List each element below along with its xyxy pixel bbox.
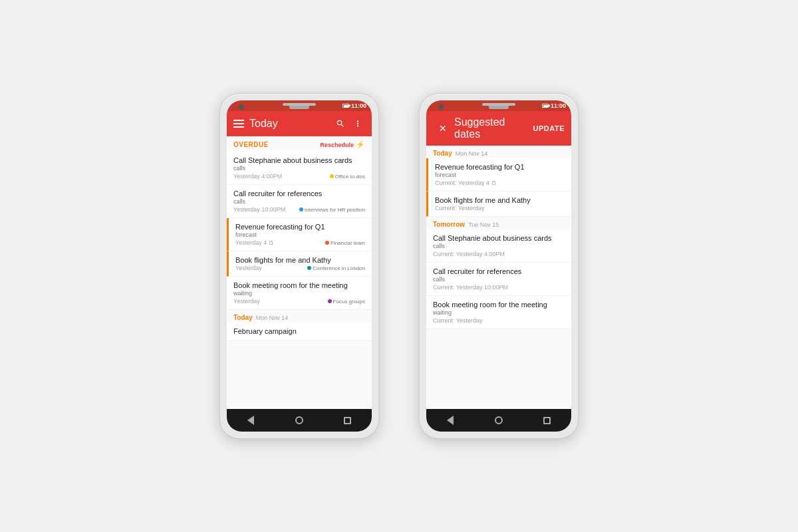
tag-label: Conference in London [313,265,365,271]
task-item-revenue[interactable]: Revenue forecasting for Q1 forecast Yest… [227,218,372,251]
task-meta: Yesterday 10:00PM Interviews for HR posi… [233,206,365,213]
today-header-2: Today Mon Nov 14 [426,146,571,158]
task-title: Call Stephanie about business cards [233,156,365,164]
task-time: Yesterday [235,265,262,271]
task-tag: Financial team [325,240,365,246]
current-label: Current: Yesterday [433,317,565,324]
tag-dot-teal [307,266,311,270]
back-button-2[interactable] [437,409,464,432]
today-label: Today [233,314,253,321]
task-item-flights[interactable]: Book flights for me and Kathy Yesterday … [227,251,372,277]
bottom-nav-2 [426,409,571,432]
task-item-flights-2[interactable]: Book flights for me and Kathy Current: Y… [426,192,571,217]
camera-1 [239,104,244,110]
task-category: waiting [433,309,565,316]
task-item-stephanie-2[interactable]: Call Stephanie about business cards call… [426,229,571,263]
update-button[interactable]: UPDATE [533,124,565,132]
tag-label: Financial team [331,240,365,246]
task-item-revenue-2[interactable]: Revenue forecasting for Q1 forecast Curr… [426,158,571,192]
phone-1-screen: 11:00 Today [227,100,372,432]
task-category: calls [433,243,565,249]
screen-content-1: Overdue Reschedule ⚡ Call Stephanie abou… [227,136,372,409]
task-time: Yesterday 4:00PM [233,173,282,180]
top-bar-2 [482,103,515,106]
tomorrow-date: Tue Nov 15 [468,221,499,228]
time-2: 11:00 [551,102,566,109]
task-title: Book flights for me and Kathy [235,256,365,264]
current-label: Current: Yesterday [435,205,565,211]
task-title: Call Stephanie about business cards [433,234,565,242]
menu-icon-1[interactable] [233,120,244,128]
tag-dot-blue [299,207,303,211]
task-category: forecast [235,231,365,238]
lightning-icon: ⚡ [356,140,365,149]
task-item-february[interactable]: February campaign [227,323,372,341]
app-bar-title-1: Today [249,118,331,130]
phone-2: 11:00 ✕ Suggested dates UPDATE Today Mon… [419,93,579,439]
tag-dot-purple [328,299,332,303]
app-bar-2: ✕ Suggested dates UPDATE [426,111,571,146]
app-bar-1: Today [227,111,372,136]
hamburger-line [233,123,244,124]
tag-dot-orange [325,241,329,245]
tag-label: Office to-dos [335,174,365,180]
recents-icon [344,417,351,424]
phone-1: 11:00 Today [219,93,379,439]
more-button-1[interactable] [350,116,365,131]
task-item-call-stephanie[interactable]: Call Stephanie about business cards call… [227,152,372,185]
task-item-meeting-room[interactable]: Book meeting room for the meeting waitin… [227,277,372,310]
search-button-1[interactable] [333,116,348,131]
tomorrow-header: Tomorrow Tue Nov 15 [426,217,571,229]
tag-dot-yellow [330,174,334,178]
task-item-recruiter-2[interactable]: Call recruiter for references calls Curr… [426,263,571,296]
task-title: Call recruiter for references [433,267,565,275]
task-item-call-recruiter[interactable]: Call recruiter for references calls Yest… [227,185,372,218]
camera-2 [438,104,444,110]
task-title: February campaign [233,327,365,335]
current-label: Current: Yesterday 10:00PM [433,284,565,291]
task-category: calls [233,198,365,205]
reschedule-button[interactable]: Reschedule ⚡ [320,140,365,149]
home-button-2[interactable] [485,409,512,432]
time-1: 11:00 [351,102,366,109]
task-title: Book flights for me and Kathy [435,196,565,204]
task-tag: Conference in London [307,265,365,271]
recents-button-1[interactable] [334,409,361,432]
back-icon [247,416,254,425]
close-button-2[interactable]: ✕ [436,121,450,136]
task-meta: Yesterday Focus groups [233,298,365,305]
current-label: Current: Yesterday 4:00PM [433,251,565,257]
battery-icon-1 [342,104,349,108]
current-label: Current: Yesterday 4 🗒 [435,180,565,186]
task-meta: Yesterday Conference in London [235,265,365,271]
back-button-1[interactable] [237,409,264,432]
task-time: Yesterday 10:00PM [233,206,285,213]
task-title: Revenue forecasting for Q1 [235,223,365,231]
task-time: Yesterday 4 🗒 [235,239,274,246]
task-tag: Interviews for HR position [299,207,365,213]
task-meta: Yesterday 4 🗒 Financial team [235,239,365,246]
phones-container: 11:00 Today [219,93,579,439]
overdue-header: Overdue Reschedule ⚡ [227,136,372,152]
today-label-2: Today [433,150,452,157]
screen-content-2: Today Mon Nov 14 Revenue forecasting for… [426,146,571,409]
app-bar-title-2: Suggested dates [454,116,533,140]
recents-button-2[interactable] [534,409,561,432]
bottom-nav-1 [227,409,372,432]
task-category: calls [433,276,565,283]
battery-icon-2 [542,104,549,108]
recents-icon-2 [543,417,551,424]
task-category: forecast [435,172,565,178]
tomorrow-label: Tomorrow [433,221,465,228]
task-title: Revenue forecasting for Q1 [435,163,565,171]
task-title: Book meeting room for the meeting [233,281,365,289]
home-button-1[interactable] [286,409,313,432]
home-icon-2 [495,416,503,424]
task-item-meeting-2[interactable]: Book meeting room for the meeting waitin… [426,296,571,329]
tag-label: Focus groups [333,299,365,305]
back-icon-2 [447,416,454,425]
today-date-2: Mon Nov 14 [456,150,488,157]
task-title: Call recruiter for references [233,190,365,198]
home-icon [295,416,303,424]
today-divider: Today Mon Nov 14 [227,310,372,323]
